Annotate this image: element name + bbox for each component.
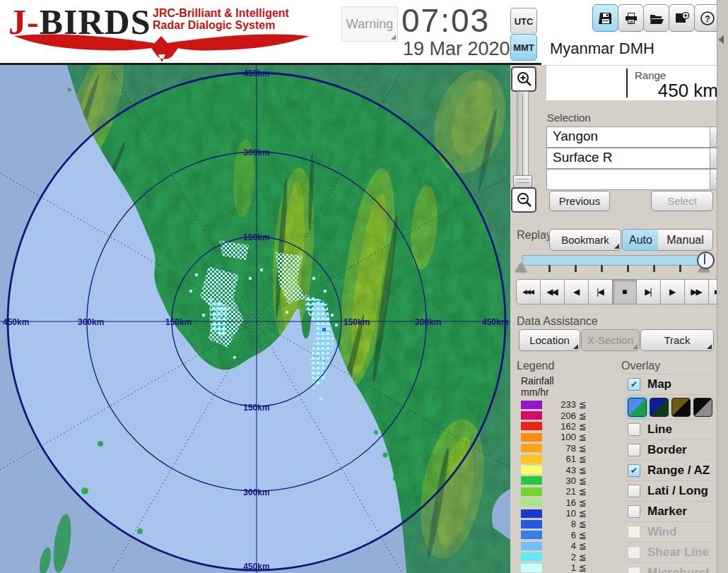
legend-value: 6 [542, 530, 576, 540]
overlay-item-label: Range / AZ [647, 463, 710, 478]
location-button[interactable]: Location [519, 329, 580, 351]
legend-row: 206≦ [517, 410, 609, 420]
zoom-in-button[interactable] [511, 66, 536, 92]
zoom-slider-track[interactable] [517, 91, 529, 187]
map-style-blue-green[interactable] [628, 398, 647, 417]
overlay-item-border[interactable]: Border [625, 440, 712, 461]
slider-tick [653, 265, 655, 272]
zoom-out-button[interactable] [511, 187, 536, 213]
rewind-button[interactable]: ◀◀ [541, 279, 565, 305]
legend-lte-symbol: ≦ [579, 443, 587, 454]
legend-lte-symbol: ≦ [579, 552, 587, 562]
overlay-item-map[interactable]: ✔Map [625, 374, 712, 395]
print-button[interactable] [618, 4, 644, 32]
slider-start-marker[interactable] [515, 263, 527, 272]
legend-value: 206 [542, 410, 576, 421]
legend-value: 10 [542, 508, 576, 519]
x-section-button[interactable]: X-Section [581, 329, 640, 351]
unchecked-checkbox[interactable] [628, 546, 640, 559]
map-style-black-gray[interactable] [693, 398, 712, 417]
unchecked-checkbox[interactable] [628, 567, 640, 573]
jbirds-app: J-BIRDS JRC-Brilliant & Intelligent Rada… [0, 0, 728, 573]
help-icon: ? [700, 11, 715, 26]
site-dropdown[interactable]: Yangon ▼ [546, 126, 726, 148]
play-button[interactable]: ▶ [661, 279, 685, 305]
svg-text:450km: 450km [3, 317, 29, 327]
magnifier-minus-icon [515, 191, 532, 208]
bookmark-button[interactable]: Bookmark [549, 229, 621, 251]
playback-controls: ◀◀◀◀◀◀|◀■▶|▶▶▶▶▶▶ [516, 279, 728, 303]
legend-color-swatch [521, 531, 542, 539]
step-back-button[interactable]: |◀ [589, 279, 613, 305]
legend-row: 61≦ [517, 454, 609, 464]
svg-text:300km: 300km [243, 488, 269, 497]
map-style-navy-darkgreen[interactable] [650, 398, 669, 417]
legend-color-swatch [521, 498, 542, 507]
unchecked-checkbox[interactable] [628, 423, 640, 436]
warning-button[interactable]: Warning [341, 6, 398, 42]
unchecked-checkbox[interactable] [628, 505, 640, 518]
svg-text:450km: 450km [243, 562, 269, 572]
save-button[interactable] [592, 4, 618, 32]
product-dropdown[interactable]: Surface R ▼ [546, 148, 726, 169]
svg-text:150km: 150km [243, 403, 269, 413]
legend-lte-symbol: ≦ [579, 530, 587, 540]
overlay-item-lati-long[interactable]: Lati / Long [625, 481, 712, 502]
mmt-button[interactable]: MMT [510, 34, 537, 61]
legend-color-swatch [521, 422, 542, 430]
overlay-item-shear-line[interactable]: Shear Line [625, 543, 712, 563]
previous-button[interactable]: Previous [549, 191, 610, 211]
unchecked-checkbox[interactable] [628, 444, 640, 456]
legend-color-swatch [521, 564, 542, 572]
checked-checkbox[interactable]: ✔ [628, 464, 640, 477]
legend-color-swatch [521, 553, 542, 561]
legend-lte-symbol: ≦ [579, 486, 587, 497]
legend-value: 1 [542, 562, 576, 573]
step-forward-button[interactable]: ▶| [637, 279, 661, 305]
legend-row: 162≦ [517, 421, 609, 432]
data-assistance-label: Data Assistance [517, 315, 598, 328]
stop-button[interactable]: ■ [613, 279, 637, 305]
overlay-item-range-az[interactable]: ✔Range / AZ [625, 461, 712, 481]
extra-dropdown[interactable]: ▼ [546, 169, 726, 190]
legend-color-swatch [521, 488, 542, 496]
legend-row: 21≦ [517, 486, 609, 497]
track-button[interactable]: Track [640, 329, 714, 351]
radar-map-canvas[interactable]: 450km 300km 150km 150km 300km 450km 450k… [0, 65, 510, 573]
legend-lte-symbol: ≦ [579, 399, 587, 410]
collapse-arrow-icon[interactable] [718, 35, 724, 44]
utc-button[interactable]: UTC [510, 8, 537, 35]
forward-button[interactable]: ▶▶ [685, 279, 709, 305]
legend-value: 100 [542, 432, 576, 442]
overlay-item-line[interactable]: Line [625, 420, 712, 440]
slider-tick [627, 265, 629, 272]
overlay-item-microburst[interactable]: Microburst [625, 563, 712, 573]
add-image-button[interactable] [669, 4, 695, 32]
unchecked-checkbox[interactable] [628, 526, 640, 538]
slider-tick [548, 265, 551, 272]
overlay-item-wind[interactable]: Wind [625, 522, 712, 543]
slider-tick [679, 265, 681, 272]
replay-slider-thumb[interactable] [697, 252, 715, 269]
fast-rewind-button[interactable]: ◀◀◀ [516, 279, 541, 305]
site-dropdown-value: Yangon [547, 127, 710, 147]
legend-color-swatch [521, 444, 542, 452]
legend-color-swatch [521, 542, 542, 550]
manual-button[interactable]: Manual [658, 229, 713, 251]
play-reverse-button[interactable]: ◀ [565, 279, 589, 305]
overlay-item-label: Lati / Long [647, 484, 708, 498]
checked-checkbox[interactable]: ✔ [628, 378, 640, 391]
map-style-olive-black[interactable] [671, 398, 691, 417]
open-file-button[interactable] [643, 4, 669, 32]
zoom-slider-thumb[interactable] [513, 175, 532, 188]
overlay-item-label: Map [647, 377, 671, 391]
unchecked-checkbox[interactable] [628, 485, 640, 497]
auto-button[interactable]: Auto [622, 229, 659, 251]
replay-slider-track[interactable] [522, 255, 713, 266]
svg-text:150km: 150km [344, 317, 370, 327]
open-folder-icon [649, 11, 664, 25]
select-button[interactable]: Select [651, 191, 713, 211]
panel-collapse-strip[interactable] [717, 0, 728, 573]
slider-tick [575, 265, 577, 272]
overlay-item-marker[interactable]: Marker [625, 502, 712, 522]
